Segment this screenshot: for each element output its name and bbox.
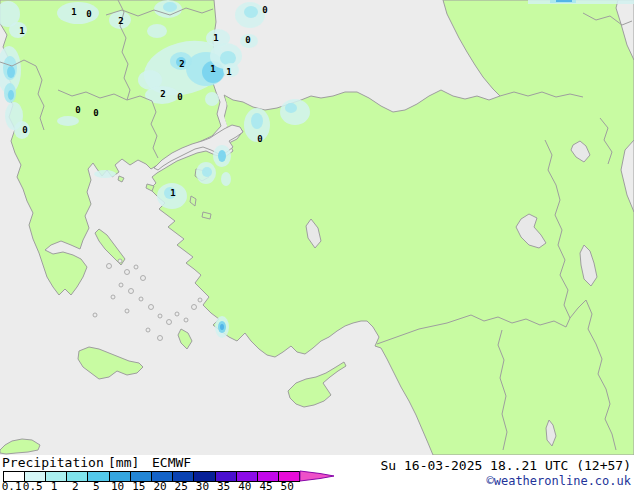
legend-tick-label: 30 (196, 480, 209, 490)
precip-value: 1 (213, 33, 218, 43)
precip-value: 0 (245, 35, 250, 45)
legend-tick-label: 35 (217, 480, 230, 490)
precip-value: 0 (177, 92, 182, 102)
precip-value: 0 (75, 105, 80, 115)
weather-map-screenshot: 10210102112000001 Precipitation [mm] ECM… (0, 0, 634, 490)
precip-value: 2 (179, 59, 184, 69)
legend-model: ECMWF (152, 455, 191, 470)
legend-tick-label: 10 (111, 480, 124, 490)
legend-unit: [mm] (108, 455, 139, 470)
precip-value: 1 (210, 64, 215, 74)
precip-value: 1 (226, 67, 231, 77)
legend-tick-label: 15 (132, 480, 145, 490)
legend-tick-label: 20 (153, 480, 166, 490)
copyright-label: ©weatheronline.co.uk (487, 474, 632, 488)
precip-value: 1 (170, 188, 175, 198)
precip-value: 0 (86, 9, 91, 19)
valid-time-label: Su 16-03-2025 18..21 UTC (12+57) (381, 458, 631, 473)
legend: Precipitation [mm] ECMWF 0.10.5125101520… (0, 455, 634, 490)
legend-title: Precipitation (2, 455, 104, 470)
legend-tick-label: 0.5 (23, 480, 43, 490)
precip-value: 2 (160, 89, 165, 99)
legend-tick-label: 45 (259, 480, 272, 490)
precipitation-map: 10210102112000001 Precipitation [mm] ECM… (0, 0, 634, 490)
legend-tick-label: 40 (238, 480, 251, 490)
precip-value: 0 (262, 5, 267, 15)
precip-value: 1 (71, 7, 76, 17)
precip-value: 1 (19, 26, 24, 36)
legend-tick-label: 25 (175, 480, 188, 490)
precip-value: 2 (118, 16, 123, 26)
legend-tick-label: 0.1 (2, 480, 22, 490)
legend-tick-label: 50 (281, 480, 294, 490)
legend-tick-label: 5 (93, 480, 100, 490)
precip-value: 0 (93, 108, 98, 118)
legend-tick-label: 2 (72, 480, 79, 490)
legend-tick-label: 1 (51, 480, 58, 490)
precip-value: 0 (257, 134, 262, 144)
precip-value: 0 (22, 125, 27, 135)
